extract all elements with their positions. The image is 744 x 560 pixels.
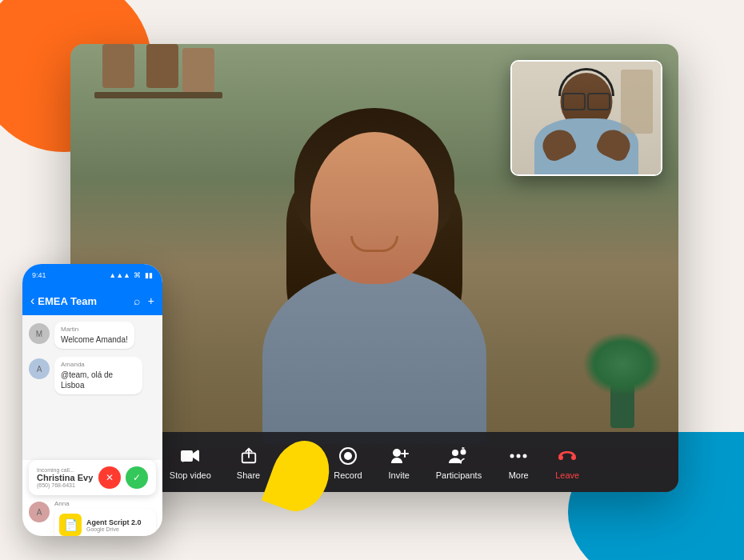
share-icon: [238, 445, 260, 467]
amanda-avatar: A: [29, 358, 50, 379]
call-action-buttons: ✕ ✓: [98, 466, 148, 489]
participants-button[interactable]: 5 Participants: [426, 440, 491, 485]
wifi-icon: ⌘: [134, 271, 141, 279]
agent-info: Agent Script 2.0 Google Drive: [86, 518, 142, 532]
svg-point-4: [344, 452, 352, 460]
amanda-message: A Amanda @team, olá de Lisboa: [29, 357, 156, 394]
martin-text: Welcome Amanda!: [61, 334, 128, 345]
search-icon[interactable]: ⌕: [134, 294, 140, 307]
main-speaker-video: [214, 60, 534, 444]
caller-name: Christina Evy: [37, 473, 94, 482]
smile: [350, 236, 398, 252]
pip-bookshelf: [621, 70, 653, 134]
chat-title: EMEA Team: [38, 295, 133, 307]
leave-icon: [556, 445, 578, 467]
pip-hands: [538, 126, 634, 158]
plant-decoration: [590, 332, 654, 428]
phone-time: 9:41: [32, 271, 46, 279]
incoming-call-label: Incoming call...: [37, 467, 94, 473]
svg-text:5: 5: [462, 447, 465, 452]
share-button[interactable]: Share: [227, 440, 270, 485]
face: [310, 132, 438, 284]
more-button[interactable]: More: [498, 440, 539, 485]
svg-point-15: [571, 455, 576, 460]
add-icon[interactable]: +: [148, 294, 154, 307]
signal-icon: ▲▲▲: [109, 271, 130, 279]
agent-card: 📄 Agent Script 2.0 Google Drive: [54, 509, 156, 536]
svg-point-12: [517, 454, 521, 458]
pip-person: [512, 62, 661, 174]
phone-status-bar: 9:41 ▲▲▲ ⌘ ▮▮: [22, 264, 162, 286]
incoming-call-notification: Incoming call... Christina Evy (650) 768…: [29, 460, 156, 495]
more-label: More: [509, 470, 529, 480]
anna-sender: Anna: [54, 500, 156, 507]
svg-point-11: [510, 454, 514, 458]
header-icons: ⌕ +: [134, 294, 154, 307]
body: [262, 268, 486, 444]
leave-label: Leave: [555, 470, 579, 480]
participants-label: Participants: [436, 470, 482, 480]
martin-sender: Martin: [61, 326, 128, 333]
shelf-decoration: [94, 92, 222, 98]
agent-file-icon: 📄: [59, 514, 82, 536]
svg-point-14: [558, 455, 563, 460]
invite-label: Invite: [389, 470, 410, 480]
invite-icon: [388, 445, 410, 467]
pip-glasses: [562, 93, 610, 109]
phone-header: ‹ EMEA Team ⌕ +: [22, 286, 162, 315]
record-icon: [337, 445, 359, 467]
anna-content: Anna 📄 Agent Script 2.0 Google Drive: [54, 500, 156, 536]
svg-point-8: [452, 450, 458, 456]
accept-call-button[interactable]: ✓: [126, 466, 148, 489]
agent-name: Agent Script 2.0: [86, 518, 142, 526]
call-info: Incoming call... Christina Evy (650) 768…: [37, 467, 94, 488]
back-button[interactable]: ‹: [30, 294, 34, 308]
stop-video-icon: [179, 445, 202, 467]
anna-avatar: A: [29, 502, 50, 522]
invite-button[interactable]: Invite: [378, 440, 420, 485]
martin-avatar: M: [29, 323, 50, 344]
leave-button[interactable]: Leave: [546, 440, 589, 485]
amanda-text: @team, olá de Lisboa: [61, 370, 136, 390]
phone-indicators: ▲▲▲ ⌘ ▮▮: [109, 271, 153, 279]
chat-messages: M Martin Welcome Amanda! A Amanda @team,…: [22, 315, 162, 460]
phone-mockup: 9:41 ▲▲▲ ⌘ ▮▮ ‹ EMEA Team ⌕ + M Martin W…: [22, 264, 162, 536]
svg-point-5: [393, 449, 401, 457]
svg-point-13: [523, 454, 527, 458]
battery-icon: ▮▮: [145, 271, 153, 279]
accept-icon: ✓: [133, 472, 141, 483]
agent-source: Google Drive: [86, 526, 142, 532]
record-label: Record: [334, 470, 362, 480]
stop-video-button[interactable]: Stop video: [160, 440, 221, 485]
stop-video-label: Stop video: [170, 470, 211, 480]
amanda-sender: Amanda: [61, 361, 136, 368]
caller-number: (650) 768-6431: [37, 482, 94, 488]
decline-call-button[interactable]: ✕: [98, 466, 121, 489]
more-icon: [507, 445, 530, 467]
anna-message: A Anna 📄 Agent Script 2.0 Google Drive: [22, 500, 162, 536]
amanda-bubble: Amanda @team, olá de Lisboa: [54, 357, 142, 394]
share-label: Share: [237, 470, 260, 480]
participants-icon: 5: [447, 445, 470, 467]
pip-background: [512, 62, 661, 174]
decline-icon: ✕: [106, 472, 114, 483]
martin-bubble: Martin Welcome Amanda!: [54, 322, 134, 349]
martin-message: M Martin Welcome Amanda!: [29, 322, 156, 349]
pip-video: [510, 60, 662, 176]
record-button[interactable]: Record: [324, 440, 371, 485]
